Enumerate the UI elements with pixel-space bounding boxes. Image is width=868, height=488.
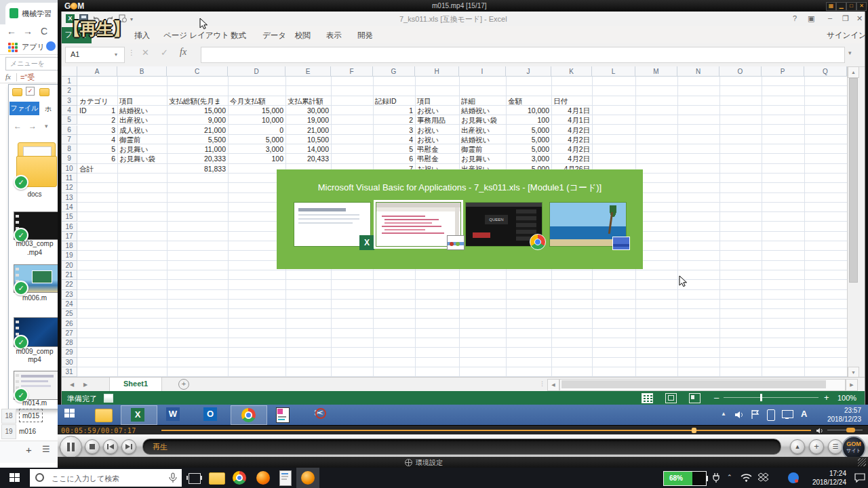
row-header[interactable]: 18 <box>62 241 77 251</box>
cell[interactable]: 5,500 <box>167 135 228 144</box>
bookmark-favicon[interactable] <box>46 41 56 51</box>
snipping-tool-icon[interactable]: ✂ <box>314 406 323 420</box>
search-input[interactable]: ここに入力して検索 <box>30 469 182 487</box>
qat-dropdown-icon[interactable]: ▾ <box>130 16 133 22</box>
editor-app-icon[interactable] <box>279 470 292 486</box>
stop-button[interactable] <box>85 439 100 454</box>
cell[interactable]: 10,000 <box>228 115 285 125</box>
zoom-out-icon[interactable]: – <box>714 392 719 403</box>
hscroll-track[interactable] <box>559 379 846 391</box>
cell[interactable]: 今月支払額 <box>228 96 285 106</box>
cell[interactable]: カテゴリID <box>77 96 117 106</box>
power-plug-icon[interactable] <box>712 472 720 483</box>
row-header[interactable]: 25 <box>62 309 77 319</box>
alt-tab-thumb-chrome[interactable]: QUEEN <box>465 202 542 247</box>
row-header[interactable]: 12 <box>62 183 77 192</box>
drag-dots[interactable]: ⋮ <box>128 49 135 56</box>
cell[interactable]: 弔慰金 <box>415 144 459 154</box>
cell[interactable]: 5,000 <box>228 135 285 144</box>
cell[interactable]: 支払総額(先月ま <box>167 96 228 106</box>
cell[interactable]: 20,333 <box>167 154 228 163</box>
browser-tab[interactable]: 機械学習 <box>5 3 62 24</box>
cell[interactable]: 14,000 <box>285 144 331 154</box>
firefox-icon[interactable] <box>256 471 270 485</box>
pause-button[interactable] <box>60 436 82 458</box>
notes-app-icon[interactable] <box>276 407 290 423</box>
cell[interactable]: 出産祝い <box>117 115 167 125</box>
cell[interactable]: 4月2日 <box>551 125 592 135</box>
zoom-in-icon[interactable]: + <box>824 392 829 403</box>
gom-title-bar[interactable]: GM m015.mp4 [15/17] ▦ ▁ □ ✕ <box>58 0 868 12</box>
chrome-taskbar-button[interactable] <box>231 405 267 425</box>
cell[interactable]: 金額 <box>506 96 551 106</box>
hscroll-left-icon[interactable]: ◀ <box>547 379 559 391</box>
tab-formulas[interactable]: 数式 <box>231 30 246 41</box>
column-header[interactable]: E <box>285 66 331 77</box>
column-header[interactable]: J <box>506 66 551 77</box>
row-header[interactable]: 29 <box>62 348 77 357</box>
cell[interactable]: 3,000 <box>228 144 285 154</box>
row-header[interactable]: 3 <box>62 96 77 106</box>
mic-icon[interactable] <box>168 472 178 483</box>
tab-data[interactable]: データ <box>262 30 286 41</box>
vertical-scrollbar[interactable]: ▲ ▼ <box>847 66 859 377</box>
cell[interactable]: 21,000 <box>285 125 331 135</box>
row-header[interactable]: 22 <box>62 280 77 289</box>
row-header[interactable]: 14 <box>62 203 77 212</box>
row-header[interactable]: 27 <box>62 329 77 338</box>
column-header[interactable]: L <box>592 66 635 77</box>
row-header[interactable]: 6 <box>62 125 77 135</box>
chevron-down-icon[interactable]: ▾ <box>45 123 48 129</box>
column-header[interactable]: P <box>762 66 804 77</box>
video-clock[interactable]: 23:57 2018/12/23 <box>810 406 861 424</box>
cell[interactable]: 支払累計額 <box>285 96 331 106</box>
row-header[interactable]: 2 <box>62 86 77 96</box>
macro-record-icon[interactable] <box>104 394 113 403</box>
tray-chevron-up-icon[interactable]: ▲ <box>721 411 726 417</box>
explorer-forward-icon[interactable]: → <box>28 121 37 131</box>
next-button[interactable] <box>121 439 136 454</box>
column-header[interactable]: B <box>117 66 167 77</box>
column-header[interactable]: M <box>635 66 677 77</box>
row-header[interactable]: 19 <box>62 251 77 260</box>
sheet-prev-icon[interactable]: ◀ <box>70 382 74 388</box>
explorer-back-icon[interactable]: ← <box>14 121 22 131</box>
cell[interactable]: お見舞い <box>117 144 167 154</box>
resize-grip[interactable] <box>858 458 866 466</box>
scroll-up-icon[interactable]: ▲ <box>848 66 859 78</box>
dropbox-icon[interactable] <box>758 472 768 483</box>
chevron-down-icon[interactable]: ▾ <box>115 52 117 58</box>
explorer-icon[interactable] <box>95 409 113 422</box>
row-header[interactable]: 15 <box>62 212 77 222</box>
hscroll-right-icon[interactable]: ▶ <box>846 379 858 391</box>
cell[interactable]: 3 <box>373 125 415 135</box>
cell[interactable]: 11,000 <box>167 144 228 154</box>
cell[interactable]: 項目 <box>415 96 459 106</box>
formula-bar-expand-icon[interactable]: ▾ <box>848 49 852 56</box>
column-header[interactable]: N <box>677 66 719 77</box>
cell-m016[interactable]: m016 <box>19 425 36 439</box>
cell[interactable]: 5,000 <box>506 144 551 154</box>
row-header[interactable]: 10 <box>62 164 77 174</box>
sheet-tab-sheet1[interactable]: Sheet1 <box>109 378 162 392</box>
gom-maximize-button[interactable]: □ <box>846 2 856 11</box>
explorer-file-tab[interactable]: ファイル <box>9 102 39 115</box>
row-header[interactable]: 16 <box>62 222 77 232</box>
gom-settings-label[interactable]: 環境設定 <box>416 458 443 468</box>
view-normal-icon[interactable] <box>642 393 653 403</box>
view-page-break-icon[interactable] <box>689 393 701 403</box>
cell[interactable]: 2 <box>77 115 117 125</box>
excel-restore-icon[interactable]: ❐ <box>842 14 849 23</box>
insert-function-icon[interactable]: fx <box>180 47 186 58</box>
wifi-icon[interactable] <box>741 473 752 482</box>
sign-in-link[interactable]: サインイン <box>827 30 867 41</box>
explorer-home-tab[interactable]: ホ <box>45 104 52 114</box>
cell[interactable]: 5,000 <box>506 125 551 135</box>
cell[interactable]: 6 <box>373 154 415 163</box>
cell[interactable]: 81,833 <box>167 164 228 174</box>
row-header[interactable]: 24 <box>62 300 77 309</box>
ime-indicator[interactable]: A <box>801 409 807 419</box>
tray-chevron-up-icon[interactable]: ⌃ <box>727 474 732 481</box>
forward-icon[interactable]: → <box>23 26 33 37</box>
menu-input[interactable]: メニューを <box>5 57 61 70</box>
